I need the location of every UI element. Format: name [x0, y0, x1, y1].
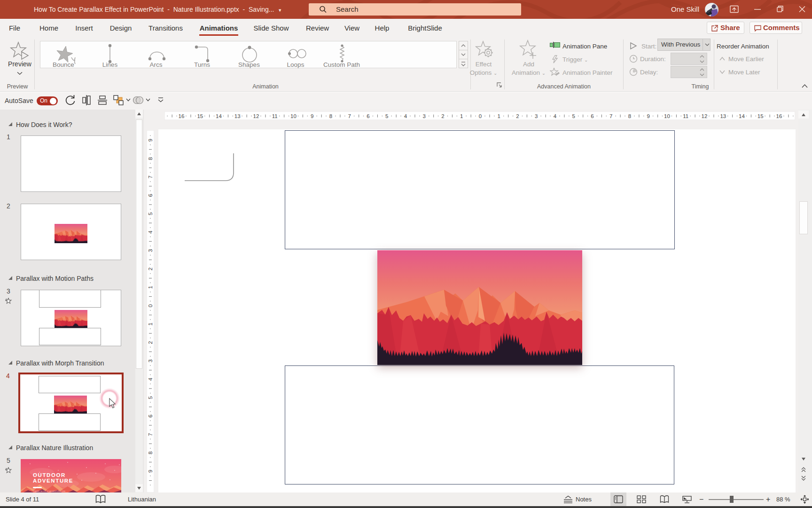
svg-text:6: 6 — [148, 414, 153, 417]
svg-text:6: 6 — [148, 194, 153, 197]
svg-text:5: 5 — [385, 113, 388, 119]
svg-text:7: 7 — [148, 433, 153, 436]
svg-text:3: 3 — [423, 113, 426, 119]
svg-text:1: 1 — [148, 323, 153, 325]
svg-text:7: 7 — [348, 113, 351, 119]
svg-text:15: 15 — [197, 113, 203, 119]
svg-text:8: 8 — [628, 113, 631, 119]
svg-text:0: 0 — [148, 304, 153, 307]
svg-text:5: 5 — [148, 396, 153, 399]
svg-text:16: 16 — [776, 113, 782, 119]
svg-text:14: 14 — [216, 113, 222, 119]
svg-text:12: 12 — [702, 113, 708, 119]
svg-text:12: 12 — [253, 113, 259, 119]
svg-text:4: 4 — [148, 230, 153, 234]
svg-text:6: 6 — [367, 113, 369, 119]
svg-text:4: 4 — [148, 378, 153, 381]
svg-text:8: 8 — [329, 113, 332, 119]
svg-text:5: 5 — [148, 212, 153, 215]
svg-text:16: 16 — [179, 113, 185, 119]
svg-text:10: 10 — [290, 113, 297, 119]
svg-text:0: 0 — [479, 113, 482, 119]
svg-text:OUTDOOR: OUTDOOR — [33, 472, 66, 478]
svg-text:7: 7 — [609, 113, 612, 119]
svg-text:2: 2 — [441, 113, 444, 119]
svg-text:1: 1 — [460, 113, 463, 119]
svg-text:1: 1 — [498, 113, 500, 119]
svg-text:10: 10 — [664, 113, 670, 119]
svg-text:2: 2 — [148, 268, 153, 270]
svg-text:6: 6 — [591, 113, 593, 119]
svg-text:4: 4 — [554, 113, 557, 119]
svg-text:8: 8 — [148, 157, 153, 160]
svg-text:2: 2 — [516, 113, 519, 119]
svg-text:9: 9 — [311, 113, 313, 119]
svg-text:5: 5 — [572, 113, 575, 119]
svg-text:9: 9 — [148, 470, 153, 473]
svg-text:ADVENTURE: ADVENTURE — [33, 478, 73, 484]
svg-text:8: 8 — [148, 452, 153, 454]
svg-text:1: 1 — [148, 286, 153, 289]
svg-text:9: 9 — [647, 113, 650, 119]
svg-text:11: 11 — [683, 113, 688, 119]
svg-text:7: 7 — [148, 175, 153, 178]
svg-text:3: 3 — [535, 113, 538, 119]
svg-text:15: 15 — [757, 113, 764, 119]
svg-text:2: 2 — [148, 341, 153, 344]
svg-text:14: 14 — [739, 113, 745, 119]
svg-text:9: 9 — [148, 139, 153, 142]
svg-text:3: 3 — [148, 249, 153, 252]
svg-text:13: 13 — [234, 113, 241, 119]
svg-text:11: 11 — [272, 113, 278, 119]
svg-text:3: 3 — [148, 359, 153, 362]
svg-text:4: 4 — [404, 113, 407, 119]
svg-text:13: 13 — [720, 113, 726, 119]
